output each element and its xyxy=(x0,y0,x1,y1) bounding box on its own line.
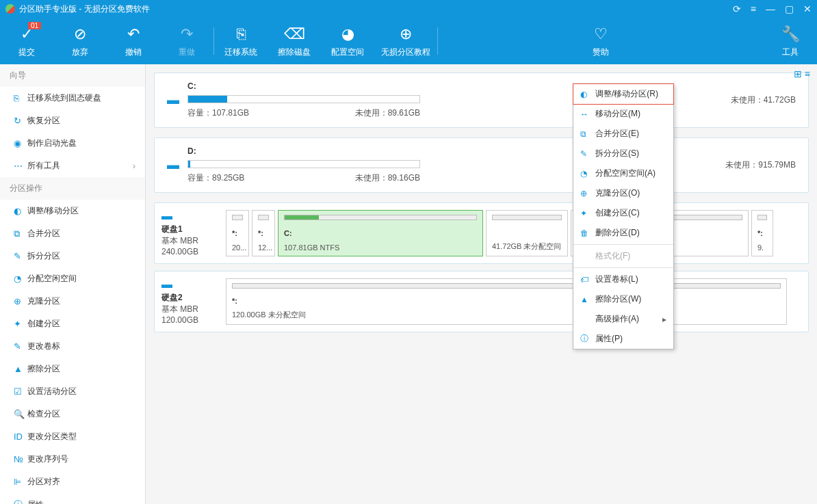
wizard-section-title: 向导 xyxy=(0,64,145,87)
wipe-button[interactable]: ⌫ 擦除磁盘 xyxy=(268,18,321,64)
menu-item[interactable]: 高级操作(A)▸ xyxy=(573,309,673,329)
config-icon: ◕ xyxy=(341,25,354,44)
sidebar-item[interactable]: ID更改分区类型 xyxy=(0,425,145,448)
disk-partition[interactable]: C: 107.81GB NTFS xyxy=(278,210,483,256)
disk-header[interactable]: ▬ 硬盘1 基本 MBR 240.00GB xyxy=(161,210,223,256)
disk-name: 硬盘2 xyxy=(161,292,223,304)
sidebar-item[interactable]: ⧉合并分区 xyxy=(0,222,145,245)
menu-item-label: 删除分区(D) xyxy=(595,227,666,239)
sidebar-item[interactable]: ↻恢复分区 xyxy=(0,109,145,132)
disk-partition[interactable]: *: 120.00GB 未分配空间 xyxy=(226,278,787,325)
undo-button[interactable]: ↶ 撤销 xyxy=(107,18,160,64)
menu-item-label: 高级操作(A) xyxy=(595,313,662,325)
partition-card[interactable]: ▬ D: 容量：89.25GB 未使用：89.16GB 未使用：915.79MB xyxy=(154,137,809,193)
sidebar-item-label: 创建分区 xyxy=(27,318,135,330)
wipe-icon: ⌫ xyxy=(284,25,305,44)
wrench-icon: 🔧 xyxy=(781,25,800,44)
sidebar-item-label: 迁移系统到固态硬盘 xyxy=(27,92,135,104)
sidebar-item[interactable]: ◔分配空闲空间 xyxy=(0,267,145,290)
sidebar-item[interactable]: ⎘迁移系统到固态硬盘 xyxy=(0,87,145,109)
menu-item[interactable]: ✦创建分区(C) xyxy=(573,203,673,223)
redo-button[interactable]: ↷ 重做 xyxy=(160,18,213,64)
partition-label: C: xyxy=(284,229,477,237)
close-icon[interactable]: ✕ xyxy=(803,3,812,14)
disk-partition[interactable]: *: 12... xyxy=(252,210,275,256)
refresh-icon[interactable]: ⟳ xyxy=(733,3,741,14)
minimize-icon[interactable]: — xyxy=(766,3,775,14)
sidebar-item-label: 调整/移动分区 xyxy=(27,205,135,217)
menu-item-label: 调整/移动分区(R) xyxy=(595,88,666,100)
partition-info: 107.81GB NTFS xyxy=(284,243,477,252)
view-toggle-icon[interactable]: ⊞ ≡ xyxy=(794,68,810,79)
sidebar-item[interactable]: ✎拆分分区 xyxy=(0,245,145,267)
disk-partition[interactable]: *: 9. xyxy=(751,210,773,256)
sidebar-item-label: 拆分分区 xyxy=(27,250,135,262)
sidebar-item[interactable]: ☑设置活动分区 xyxy=(0,380,145,403)
partition-info: 120.00GB 未分配空间 xyxy=(232,310,781,320)
sidebar-icon: ⧉ xyxy=(14,228,27,239)
sidebar-icon: № xyxy=(14,454,27,464)
partition-bar xyxy=(258,215,269,220)
sidebar: 向导 ⎘迁移系统到固态硬盘↻恢复分区◉制作启动光盘⋯所有工具› 分区操作 ◐调整… xyxy=(0,64,146,504)
partition-card[interactable]: ▬ C: 容量：107.81GB 未使用：89.61GB 未使用：41.72GB xyxy=(154,72,809,128)
menu-item-icon: 🏷 xyxy=(580,275,595,284)
sidebar-item-label: 检查分区 xyxy=(27,408,135,420)
menu-item[interactable]: ⧉合并分区(E) xyxy=(573,124,673,144)
submit-button[interactable]: ✓ 01 提交 xyxy=(0,18,53,64)
menu-item[interactable]: ⓘ属性(P) xyxy=(573,329,673,349)
sidebar-item[interactable]: ▲擦除分区 xyxy=(0,358,145,380)
capacity-label: 容量：89.25GB xyxy=(187,172,244,184)
sidebar-item[interactable]: ⊫分区对齐 xyxy=(0,470,145,493)
sidebar-item[interactable]: ◐调整/移动分区 xyxy=(0,200,145,222)
sidebar-icon: ◉ xyxy=(14,138,27,148)
menu-item-icon: ✎ xyxy=(580,149,595,159)
menu-item[interactable]: ↔移动分区(M) xyxy=(573,104,673,124)
menu-item[interactable]: ◐调整/移动分区(R) xyxy=(573,83,674,105)
partition-label: *: xyxy=(757,229,767,237)
separator xyxy=(437,27,438,55)
sidebar-item[interactable]: ⓘ属性 xyxy=(0,493,145,504)
disk-partition[interactable]: 41.72GB 未分配空间 xyxy=(486,210,568,256)
sidebar-item-label: 更改分区类型 xyxy=(27,431,135,442)
menu-icon[interactable]: ≡ xyxy=(751,3,756,14)
menu-item[interactable]: ✎拆分分区(S) xyxy=(573,144,673,163)
disk-type: 基本 MBR xyxy=(161,304,223,315)
discard-button[interactable]: ⊘ 放弃 xyxy=(53,18,107,64)
menu-item[interactable]: ◔分配空闲空间(A) xyxy=(573,163,673,183)
disk-partition[interactable]: *: 20... xyxy=(226,210,249,256)
disk-row: ▬ 硬盘1 基本 MBR 240.00GB *: 20... *: 12... … xyxy=(154,202,809,264)
heart-icon: ♡ xyxy=(594,25,608,44)
migrate-button[interactable]: ⎘ 迁移系统 xyxy=(214,18,268,64)
sidebar-item[interactable]: ⊕克隆分区 xyxy=(0,290,145,313)
disk-header[interactable]: ▬ 硬盘2 基本 MBR 120.00GB xyxy=(161,278,223,325)
config-button[interactable]: ◕ 配置空间 xyxy=(321,18,374,64)
tutorial-button[interactable]: ⊕ 无损分区教程 xyxy=(374,18,437,64)
partition-bar xyxy=(232,283,781,289)
sidebar-item[interactable]: 🔍检查分区 xyxy=(0,403,145,425)
partition-label: *: xyxy=(258,229,269,237)
sidebar-item[interactable]: ◉制作启动光盘 xyxy=(0,132,145,155)
main-area: ⊞ ≡ ▬ C: 容量：107.81GB 未使用：89.61GB 未使用：41.… xyxy=(146,64,817,504)
menu-item-label: 移动分区(M) xyxy=(595,108,666,120)
menu-item-label: 设置卷标(L) xyxy=(595,274,666,285)
menu-item-icon: ◔ xyxy=(580,169,595,178)
sponsor-button[interactable]: ♡ 赞助 xyxy=(574,18,627,64)
usage-bar xyxy=(187,95,420,103)
sidebar-item[interactable]: ✦创建分区 xyxy=(0,313,145,335)
disk-name: 硬盘1 xyxy=(161,224,223,235)
menu-item-label: 擦除分区(W) xyxy=(595,293,666,305)
menu-item[interactable]: 🏷设置卷标(L) xyxy=(573,269,673,289)
sidebar-item[interactable]: ✎更改卷标 xyxy=(0,335,145,358)
sidebar-item-label: 擦除分区 xyxy=(27,363,135,375)
menu-item[interactable]: 🗑删除分区(D) xyxy=(573,223,673,243)
sidebar-item[interactable]: ⋯所有工具› xyxy=(0,155,145,177)
menu-item[interactable]: ⊕克隆分区(O) xyxy=(573,183,673,203)
sidebar-icon: ▲ xyxy=(14,364,27,374)
sidebar-item[interactable]: №更改序列号 xyxy=(0,448,145,470)
menu-item-icon: ↔ xyxy=(580,109,595,119)
menu-item-icon: 🗑 xyxy=(580,228,595,238)
tools-button[interactable]: 🔧 工具 xyxy=(764,18,817,64)
maximize-icon[interactable]: ▢ xyxy=(785,3,794,14)
menu-item[interactable]: ▲擦除分区(W) xyxy=(573,289,673,309)
menu-item-icon: ⊕ xyxy=(580,189,595,198)
